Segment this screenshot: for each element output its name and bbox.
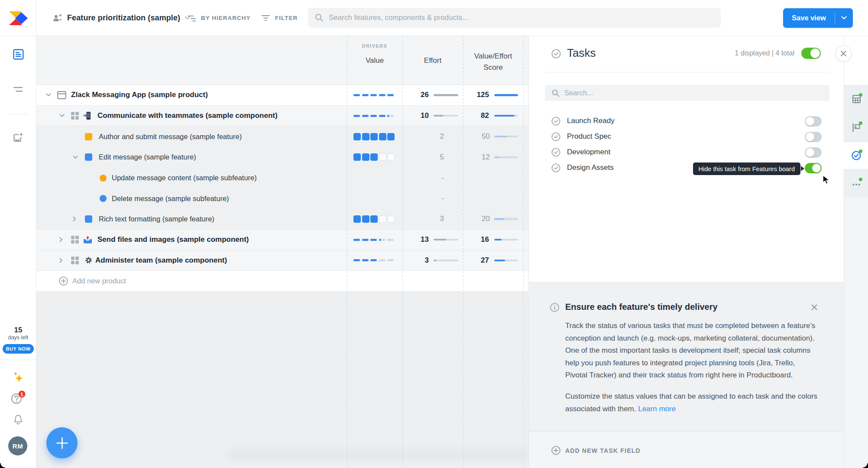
filter-button[interactable]: FILTER [262, 0, 298, 36]
add-new-task-field-label: ADD NEW TASK FIELD [565, 447, 641, 454]
score-value: 50 [463, 126, 490, 147]
score-value: 27 [463, 250, 489, 271]
row-label: Update message content (sample subfeatur… [112, 168, 257, 188]
column-divider [463, 36, 463, 468]
info-icon [550, 303, 559, 314]
current-view-title: Feature prioritization (sample) [67, 13, 180, 23]
value-dash-on [370, 94, 377, 96]
value-dash-on [353, 239, 360, 241]
sidebar-divider [8, 114, 28, 114]
drag-handle-icon[interactable] [71, 250, 79, 271]
scroll-shadow [227, 452, 528, 457]
score-bar [494, 147, 518, 168]
table-row-component[interactable]: Communicate with teammates (sample compo… [36, 106, 528, 127]
rail-tab-data[interactable] [844, 85, 868, 113]
tasks-search-input[interactable] [564, 89, 816, 97]
drag-handle-icon[interactable] [71, 230, 79, 250]
score-bar [494, 85, 518, 105]
task-toggle-off[interactable] [805, 132, 822, 142]
table-row-subfeature[interactable]: Update message content (sample subfeatur… [36, 168, 528, 188]
rail-tab-more[interactable] [844, 170, 868, 198]
column-header-score[interactable]: Value/EffortScore [463, 51, 523, 73]
table-row-product[interactable]: Zlack Messaging App (sample product)2612… [36, 85, 528, 106]
task-row[interactable]: Development [529, 145, 844, 160]
table-row-feature[interactable]: Author and submit message (sample featur… [36, 126, 528, 147]
user-avatar[interactable]: RM [8, 436, 27, 455]
buy-now-button[interactable]: BUY NOW [3, 344, 34, 354]
collapse-row-button[interactable] [46, 85, 51, 105]
column-divider [402, 36, 403, 468]
effort-value: 3 [402, 250, 429, 271]
drag-handle-icon[interactable] [71, 106, 79, 126]
table-row-component[interactable]: Administer team (sample component)327 [36, 250, 528, 271]
add-new-task-field-button[interactable]: ADD NEW TASK FIELD [529, 431, 844, 468]
task-toggle-on[interactable] [805, 163, 822, 173]
table-row-feature[interactable]: Edit message (sample feature)512 [36, 147, 528, 168]
sidebar-item-import[interactable] [0, 133, 36, 143]
collapse-row-button[interactable] [73, 147, 78, 168]
task-toggle-off[interactable] [805, 116, 822, 127]
gear-icon [85, 250, 92, 271]
table-row-subfeature[interactable]: Delete message (sample subfeature)- [36, 188, 528, 209]
tasks-search[interactable] [545, 85, 829, 101]
table-row-component[interactable]: Send files and images (sample component)… [36, 230, 528, 250]
rail-tab-objectives[interactable] [844, 114, 868, 141]
value-square-filled [370, 215, 378, 223]
logo-cell[interactable] [0, 0, 36, 36]
score-bar [494, 250, 518, 271]
sidebar-item-notifications[interactable] [0, 414, 36, 426]
task-label: Design Assets [567, 163, 614, 172]
task-label: Launch Ready [567, 117, 615, 125]
info-paragraph: Track the status of various tasks that m… [565, 320, 819, 382]
rail-tab-tasks-active[interactable] [844, 142, 868, 169]
task-check-icon [551, 148, 560, 159]
feature-color-swatch [85, 215, 92, 223]
effort-bar [434, 250, 458, 271]
tasks-master-toggle[interactable] [801, 48, 821, 59]
sidebar-item-hierarchy[interactable] [0, 87, 36, 92]
by-hierarchy-label: BY HIERARCHY [201, 15, 251, 21]
view-switcher[interactable]: Feature prioritization (sample) [52, 0, 190, 36]
sidebar-item-whats-new[interactable] [0, 371, 36, 384]
notification-dot [859, 93, 862, 97]
column-header-effort[interactable]: Effort [402, 56, 463, 65]
svg-text:1: 1 [20, 392, 23, 397]
value-dash-on [370, 115, 377, 117]
save-view-button[interactable]: Save view [783, 8, 853, 28]
value-square-empty [387, 215, 395, 223]
filter-icon [262, 14, 270, 22]
feature-color-swatch [85, 133, 92, 140]
info-close-button[interactable] [808, 301, 821, 314]
learn-more-link[interactable]: Learn more [638, 405, 676, 413]
global-search-input[interactable] [329, 13, 693, 22]
task-row[interactable]: Product Spec [529, 129, 844, 145]
expand-row-button[interactable] [59, 250, 63, 271]
value-dash-on [353, 259, 360, 261]
panel-close-button[interactable] [836, 46, 852, 62]
sidebar-item-features-board[interactable] [0, 49, 36, 60]
toggle-knob [806, 133, 814, 141]
expand-row-button[interactable] [59, 230, 63, 250]
add-feature-fab[interactable] [46, 427, 78, 458]
save-view-dropdown[interactable] [835, 16, 852, 20]
column-header-value[interactable]: Value [347, 56, 402, 65]
tasks-count: 1 displayed | 4 total [735, 49, 794, 57]
filter-label: FILTER [275, 15, 298, 21]
value-square-empty [379, 215, 386, 223]
value-dash-on [362, 239, 369, 241]
expand-row-button[interactable] [73, 209, 76, 229]
sidebar-divider [0, 360, 36, 360]
drivers-column-group-label: DRIVERS [347, 43, 402, 49]
by-hierarchy-button[interactable]: BY HIERARCHY [188, 0, 251, 36]
task-toggle-off[interactable] [805, 147, 822, 158]
task-row[interactable]: Launch Ready [529, 114, 844, 129]
table-row-feature[interactable]: Rich text formatting (sample feature)320 [36, 209, 528, 230]
plus-circle-icon [551, 446, 560, 457]
value-dash-on [362, 115, 369, 117]
value-square-filled [362, 153, 369, 161]
collapse-row-button[interactable] [59, 106, 65, 126]
task-check-icon [551, 132, 560, 143]
add-new-product-row[interactable]: Add new product [36, 271, 528, 292]
sidebar-item-help[interactable]: 1 [0, 390, 36, 405]
global-search[interactable] [308, 8, 721, 28]
